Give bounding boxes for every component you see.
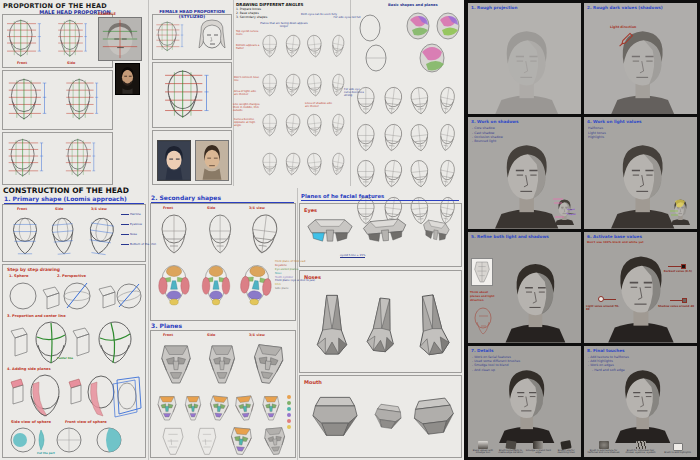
wireframe-plane-head <box>159 425 187 457</box>
portrait-stage-1 <box>486 21 567 114</box>
callout-line <box>668 266 681 267</box>
color-annotation-scribbles <box>551 191 578 225</box>
male-photo-face <box>116 64 139 94</box>
measured-head-icon <box>64 136 103 181</box>
brush-caption: Brush some parts to create edge variatio… <box>498 450 524 455</box>
process-panel-6: 6. Activate base values Don't use 100% b… <box>584 232 697 343</box>
colored-plane-head-icon <box>183 393 203 423</box>
angle-sketch <box>303 106 327 145</box>
brush-sample-icon <box>478 441 488 449</box>
portrait-drawing <box>486 364 567 443</box>
nose-planes-icon <box>406 282 457 371</box>
grayscale-face-photo <box>99 18 141 60</box>
plane-head-quarter <box>246 337 290 391</box>
note-nose-line: Don't connect nose line <box>234 76 260 82</box>
panel-5-title: 5. Refine both light and shadows <box>471 234 549 239</box>
angle-sketch <box>303 145 327 184</box>
head-sketch-icon <box>280 105 305 144</box>
colored-plane-head-icon <box>231 392 258 424</box>
step-by-step-title: Step by step drawing <box>7 267 60 272</box>
brush-sample-icon <box>599 441 609 449</box>
head-sketch-icon <box>303 106 327 145</box>
mouth-planes-quarter <box>407 389 461 444</box>
head-sketch-icon <box>205 212 237 258</box>
process-panel-5: 5. Refine both light and shadows Think a… <box>468 232 581 343</box>
head-sketch-icon <box>260 28 281 65</box>
head-sketch-icon <box>157 212 193 258</box>
colored-plane-head <box>205 392 232 424</box>
male-front-diagram-2 <box>7 75 57 125</box>
loomis-head-icon <box>9 213 41 259</box>
colored-plane-head <box>183 393 203 423</box>
colored-plane-head <box>155 393 179 423</box>
angle-sketch-grid <box>260 28 348 183</box>
panel-7-title: 7. Details <box>471 348 493 353</box>
head-sketch-icon <box>303 145 327 184</box>
portrait-drawing <box>486 21 567 114</box>
portrait-drawing <box>497 249 574 342</box>
step-by-step-box: Step by step drawing 1. Sphere 2. Perspe… <box>2 264 146 458</box>
head-sketch-icon <box>303 27 327 66</box>
brush-chip: Brush for individual hair strokes, eyebr… <box>623 441 658 455</box>
head-sketch-icon <box>354 84 379 119</box>
plane-head-front <box>157 339 195 389</box>
basic-shapes-diagrams <box>356 10 462 78</box>
construction-sketch <box>354 157 379 192</box>
secondary-color-front <box>157 262 191 308</box>
angles-step-3: 3. Secondary shapes <box>236 16 267 20</box>
mouth-planes-side <box>369 390 408 444</box>
portrait-stage-7 <box>486 364 567 443</box>
head-sketch-icon <box>354 157 379 192</box>
brush-sample-icon <box>673 443 683 451</box>
angle-sketch <box>260 67 281 104</box>
wireframe-head-icon <box>195 425 220 457</box>
plane-head-small <box>260 424 291 458</box>
eyes-box: Eyes eyelid 5 line + 15% <box>299 203 462 267</box>
female-face-sketch <box>195 18 229 56</box>
brush-demo-row: Brush to add texture for halftones and c… <box>586 441 695 455</box>
head-sketch-icon <box>327 105 349 145</box>
female-proportion-box-1 <box>152 14 232 60</box>
shadow-value-callout: Shadow value around 40 <box>652 305 694 308</box>
sphere-cut-row <box>7 426 143 454</box>
construction-sketch <box>406 156 434 193</box>
note-top-eyelid: Top eyelid curves more <box>236 30 260 36</box>
brush-caption: Smudge + blend hard edge <box>526 450 552 455</box>
plane-head-icon <box>260 424 291 458</box>
brush-chip: Smudge + blend hard edge <box>526 441 552 455</box>
angle-sketch <box>327 144 349 184</box>
note-hard-soft-edge: - Hard and soft edge <box>588 368 629 372</box>
sphere-perspective-row <box>7 280 143 312</box>
note-halftones: Halftones <box>588 126 606 130</box>
brush-caption: Blend values with smudge tool <box>470 450 496 455</box>
note-flatter: Bottom appears a flatter <box>236 44 260 50</box>
male-profile-diagram <box>65 75 108 125</box>
brush-sample-icon <box>636 441 646 449</box>
head-sketch-icon <box>406 156 434 193</box>
loomis-three-quarter <box>82 211 120 261</box>
head-sketch-icon <box>435 119 460 157</box>
step1-label: 1. Sphere <box>9 274 28 278</box>
mouth-label: Mouth <box>304 379 322 385</box>
eyes-label: Eyes <box>304 207 317 213</box>
plane-head-icon <box>157 339 195 389</box>
asaro-head-inset <box>471 258 493 286</box>
male-proportion-box-1: Front Side <box>2 14 113 68</box>
measured-head-icon <box>163 67 221 123</box>
female-proportion-box-2 <box>152 62 232 128</box>
example-label: EXAMPLE <box>98 12 116 16</box>
colored-plane-head-icon <box>155 393 179 423</box>
portrait-stage-2 <box>602 21 683 114</box>
darkest-value-swatch <box>681 264 686 269</box>
front-sphere-label: Front view of sphere <box>65 420 107 424</box>
head-sketch-icon <box>379 156 408 193</box>
head-sketch-icon <box>406 119 434 156</box>
female-oval-diagram <box>155 18 191 56</box>
angle-sketch <box>303 27 327 66</box>
eye-planes-icon <box>421 214 451 247</box>
painting-process-area: 1. Rough projection 2. Rough dark values… <box>464 0 700 460</box>
head-sketch-icon <box>303 66 327 105</box>
step3-label: 3. Proportion and center line <box>7 314 66 318</box>
planes-light-note: Think about planes and light direction <box>470 290 498 302</box>
view-label: 3/4 view <box>91 207 107 211</box>
